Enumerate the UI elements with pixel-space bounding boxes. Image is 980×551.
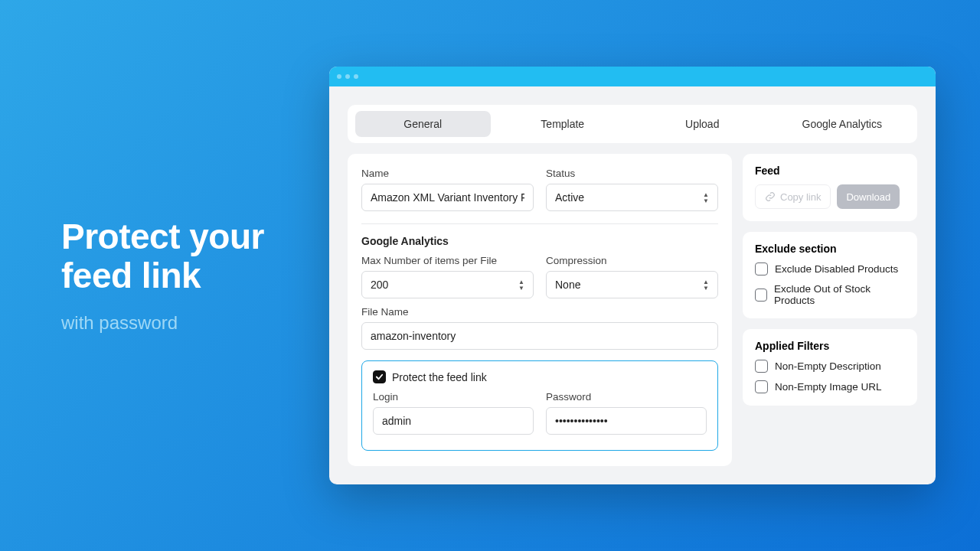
exclude-title: Exclude section xyxy=(755,243,905,255)
settings-card: Name Status Active Google Analytics xyxy=(348,154,732,466)
tab-general[interactable]: General xyxy=(355,111,491,137)
exclude-checkbox[interactable] xyxy=(755,289,767,302)
applied-filters-card: Applied Filters Non-Empty Description No… xyxy=(743,329,917,406)
chevron-updown-icon xyxy=(703,279,709,291)
password-label: Password xyxy=(546,391,707,403)
feed-actions-card: Feed Copy link Download xyxy=(743,154,917,221)
login-input[interactable] xyxy=(373,407,534,435)
login-label: Login xyxy=(373,391,534,403)
tab-template[interactable]: Template xyxy=(495,111,631,137)
compression-value: None xyxy=(555,279,580,291)
app-window: General Template Upload Google Analytics… xyxy=(329,67,936,484)
exclude-section-card: Exclude section Exclude Disabled Product… xyxy=(743,232,917,318)
window-titlebar xyxy=(329,67,936,86)
filter-item[interactable]: Non-Empty Image URL xyxy=(755,380,905,393)
copy-link-label: Copy link xyxy=(780,191,821,203)
exclude-label: Exclude Out of Stock Products xyxy=(774,283,905,306)
feed-title: Feed xyxy=(755,165,905,177)
file-name-input[interactable] xyxy=(361,322,718,350)
compression-label: Compression xyxy=(546,255,718,266)
filter-label: Non-Empty Image URL xyxy=(775,381,882,393)
protect-feed-panel: Protect the feed link Login Password xyxy=(361,360,718,451)
tab-upload[interactable]: Upload xyxy=(635,111,770,137)
status-value: Active xyxy=(555,191,584,204)
exclude-item[interactable]: Exclude Out of Stock Products xyxy=(755,283,905,306)
tab-google-analytics[interactable]: Google Analytics xyxy=(775,111,910,137)
max-items-select[interactable]: 200 xyxy=(361,271,534,298)
password-input[interactable] xyxy=(546,407,707,435)
max-items-value: 200 xyxy=(371,279,388,291)
exclude-label: Exclude Disabled Products xyxy=(775,263,898,275)
chevron-updown-icon xyxy=(703,192,709,204)
filter-item[interactable]: Non-Empty Description xyxy=(755,360,905,373)
file-name-label: File Name xyxy=(361,306,718,318)
max-items-label: Max Number of items per File xyxy=(361,255,534,266)
link-icon xyxy=(765,191,776,202)
tab-bar: General Template Upload Google Analytics xyxy=(348,105,917,143)
promo-subline: with password xyxy=(61,312,329,334)
divider xyxy=(361,223,718,224)
download-button[interactable]: Download xyxy=(837,184,900,209)
exclude-checkbox[interactable] xyxy=(755,262,768,276)
exclude-item[interactable]: Exclude Disabled Products xyxy=(755,262,905,276)
filter-checkbox[interactable] xyxy=(755,360,768,373)
compression-select[interactable]: None xyxy=(546,271,718,298)
name-label: Name xyxy=(361,168,534,179)
filter-label: Non-Empty Description xyxy=(775,360,881,372)
promo-copy: Protect your feed link with password xyxy=(0,217,329,333)
protect-checkbox[interactable] xyxy=(373,370,386,383)
status-label: Status xyxy=(546,168,718,179)
filter-checkbox[interactable] xyxy=(755,380,768,393)
chevron-updown-icon xyxy=(518,279,524,291)
promo-headline: Protect your feed link xyxy=(61,217,329,295)
copy-link-button[interactable]: Copy link xyxy=(755,184,831,209)
status-select[interactable]: Active xyxy=(546,184,718,211)
check-icon xyxy=(375,373,384,381)
protect-checkbox-label: Protect the feed link xyxy=(392,371,487,383)
download-label: Download xyxy=(846,191,890,203)
ga-section-title: Google Analytics xyxy=(361,235,718,247)
name-input[interactable] xyxy=(361,184,534,211)
filters-title: Applied Filters xyxy=(755,340,905,352)
